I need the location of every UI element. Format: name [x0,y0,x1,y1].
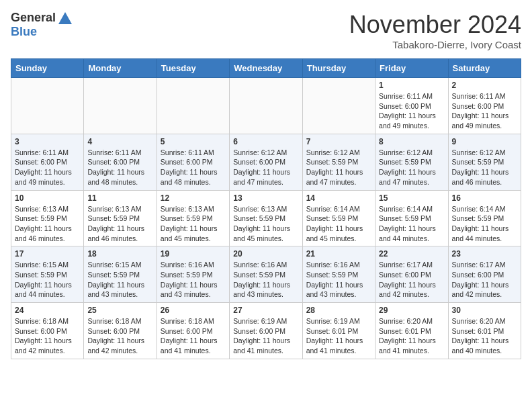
calendar-day-cell: 18Sunrise: 6:15 AM Sunset: 5:59 PM Dayli… [84,246,157,303]
col-header-monday: Monday [84,59,157,78]
day-number: 17 [15,249,80,259]
calendar-day-cell: 25Sunrise: 6:18 AM Sunset: 6:00 PM Dayli… [84,303,157,359]
col-header-wednesday: Wednesday [230,59,302,78]
logo-blue-text: Blue [11,25,37,39]
calendar-day-cell: 15Sunrise: 6:14 AM Sunset: 5:59 PM Dayli… [375,190,448,246]
calendar-day-cell: 13Sunrise: 6:13 AM Sunset: 5:59 PM Dayli… [230,190,302,246]
day-info: Sunrise: 6:18 AM Sunset: 6:00 PM Dayligh… [15,316,80,356]
day-info: Sunrise: 6:12 AM Sunset: 5:59 PM Dayligh… [452,148,517,187]
day-number: 7 [306,137,371,146]
calendar-day-cell: 12Sunrise: 6:13 AM Sunset: 5:59 PM Dayli… [157,190,229,246]
month-title: November 2024 [349,11,521,39]
day-info: Sunrise: 6:14 AM Sunset: 5:59 PM Dayligh… [452,204,517,244]
page-header: General Blue November 2024 Tabakoro-Dier… [11,11,521,50]
day-info: Sunrise: 6:12 AM Sunset: 5:59 PM Dayligh… [379,148,444,187]
logo-general-text: General [11,11,56,25]
day-number: 11 [87,193,152,203]
day-number: 4 [87,137,152,146]
col-header-tuesday: Tuesday [157,59,229,78]
day-number: 14 [306,193,371,203]
day-info: Sunrise: 6:15 AM Sunset: 5:59 PM Dayligh… [87,260,152,300]
calendar-table: SundayMondayTuesdayWednesdayThursdayFrid… [11,58,521,359]
day-info: Sunrise: 6:16 AM Sunset: 5:59 PM Dayligh… [233,260,298,300]
calendar-day-cell: 16Sunrise: 6:14 AM Sunset: 5:59 PM Dayli… [448,190,521,246]
day-info: Sunrise: 6:17 AM Sunset: 6:00 PM Dayligh… [379,260,444,300]
day-number: 21 [306,249,371,259]
day-number: 27 [233,306,298,315]
calendar-week-row: 24Sunrise: 6:18 AM Sunset: 6:00 PM Dayli… [11,303,521,359]
day-info: Sunrise: 6:19 AM Sunset: 6:00 PM Dayligh… [233,316,298,356]
day-number: 12 [161,193,226,203]
calendar-day-cell: 3Sunrise: 6:11 AM Sunset: 6:00 PM Daylig… [11,134,84,190]
day-info: Sunrise: 6:14 AM Sunset: 5:59 PM Dayligh… [306,204,371,244]
day-number: 24 [15,306,80,315]
day-info: Sunrise: 6:13 AM Sunset: 5:59 PM Dayligh… [161,204,226,244]
col-header-saturday: Saturday [448,59,521,78]
day-number: 2 [452,81,517,90]
day-info: Sunrise: 6:17 AM Sunset: 6:00 PM Dayligh… [452,260,517,300]
day-number: 20 [233,249,298,259]
day-number: 6 [233,137,298,146]
calendar-day-cell: 29Sunrise: 6:20 AM Sunset: 6:01 PM Dayli… [375,303,448,359]
day-number: 28 [306,306,371,315]
calendar-day-cell [11,78,84,134]
day-number: 15 [379,193,444,203]
title-area: November 2024 Tabakoro-Dierre, Ivory Coa… [349,11,521,50]
day-number: 22 [379,249,444,259]
calendar-day-cell: 20Sunrise: 6:16 AM Sunset: 5:59 PM Dayli… [230,246,302,303]
day-number: 23 [452,249,517,259]
day-number: 25 [87,306,152,315]
calendar-day-cell: 7Sunrise: 6:12 AM Sunset: 5:59 PM Daylig… [302,134,375,190]
calendar-day-cell: 30Sunrise: 6:20 AM Sunset: 6:01 PM Dayli… [448,303,521,359]
logo-arrow-icon [58,12,72,24]
day-number: 10 [15,193,80,203]
calendar-day-cell: 26Sunrise: 6:18 AM Sunset: 6:00 PM Dayli… [157,303,229,359]
calendar-day-cell: 8Sunrise: 6:12 AM Sunset: 5:59 PM Daylig… [375,134,448,190]
day-number: 30 [452,306,517,315]
day-number: 3 [15,137,80,146]
day-number: 18 [87,249,152,259]
location-subtitle: Tabakoro-Dierre, Ivory Coast [349,39,521,50]
day-info: Sunrise: 6:11 AM Sunset: 6:00 PM Dayligh… [161,148,226,187]
calendar-week-row: 3Sunrise: 6:11 AM Sunset: 6:00 PM Daylig… [11,134,521,190]
calendar-day-cell: 5Sunrise: 6:11 AM Sunset: 6:00 PM Daylig… [157,134,229,190]
calendar-day-cell: 2Sunrise: 6:11 AM Sunset: 6:00 PM Daylig… [448,78,521,134]
day-number: 19 [161,249,226,259]
calendar-day-cell: 28Sunrise: 6:19 AM Sunset: 6:01 PM Dayli… [302,303,375,359]
calendar-day-cell [302,78,375,134]
calendar-header-row: SundayMondayTuesdayWednesdayThursdayFrid… [11,59,521,78]
logo: General Blue [11,11,72,39]
calendar-day-cell: 22Sunrise: 6:17 AM Sunset: 6:00 PM Dayli… [375,246,448,303]
day-info: Sunrise: 6:11 AM Sunset: 6:00 PM Dayligh… [452,91,517,131]
day-info: Sunrise: 6:18 AM Sunset: 6:00 PM Dayligh… [87,316,152,356]
calendar-day-cell: 21Sunrise: 6:16 AM Sunset: 5:59 PM Dayli… [302,246,375,303]
col-header-sunday: Sunday [11,59,84,78]
day-info: Sunrise: 6:12 AM Sunset: 5:59 PM Dayligh… [306,148,371,187]
day-info: Sunrise: 6:16 AM Sunset: 5:59 PM Dayligh… [161,260,226,300]
day-number: 13 [233,193,298,203]
calendar-week-row: 17Sunrise: 6:15 AM Sunset: 5:59 PM Dayli… [11,246,521,303]
calendar-day-cell: 11Sunrise: 6:13 AM Sunset: 5:59 PM Dayli… [84,190,157,246]
day-info: Sunrise: 6:12 AM Sunset: 6:00 PM Dayligh… [233,148,298,187]
day-number: 26 [161,306,226,315]
calendar-day-cell: 4Sunrise: 6:11 AM Sunset: 6:00 PM Daylig… [84,134,157,190]
day-number: 9 [452,137,517,146]
calendar-day-cell [84,78,157,134]
day-info: Sunrise: 6:11 AM Sunset: 6:00 PM Dayligh… [379,91,444,131]
calendar-day-cell: 1Sunrise: 6:11 AM Sunset: 6:00 PM Daylig… [375,78,448,134]
day-info: Sunrise: 6:19 AM Sunset: 6:01 PM Dayligh… [306,316,371,356]
calendar-day-cell: 27Sunrise: 6:19 AM Sunset: 6:00 PM Dayli… [230,303,302,359]
day-info: Sunrise: 6:13 AM Sunset: 5:59 PM Dayligh… [15,204,80,244]
calendar-week-row: 10Sunrise: 6:13 AM Sunset: 5:59 PM Dayli… [11,190,521,246]
day-info: Sunrise: 6:20 AM Sunset: 6:01 PM Dayligh… [379,316,444,356]
calendar-day-cell: 10Sunrise: 6:13 AM Sunset: 5:59 PM Dayli… [11,190,84,246]
day-number: 8 [379,137,444,146]
day-info: Sunrise: 6:13 AM Sunset: 5:59 PM Dayligh… [87,204,152,244]
calendar-day-cell: 17Sunrise: 6:15 AM Sunset: 5:59 PM Dayli… [11,246,84,303]
calendar-day-cell: 9Sunrise: 6:12 AM Sunset: 5:59 PM Daylig… [448,134,521,190]
calendar-day-cell: 6Sunrise: 6:12 AM Sunset: 6:00 PM Daylig… [230,134,302,190]
day-info: Sunrise: 6:11 AM Sunset: 6:00 PM Dayligh… [15,148,80,187]
day-info: Sunrise: 6:16 AM Sunset: 5:59 PM Dayligh… [306,260,371,300]
day-number: 29 [379,306,444,315]
day-info: Sunrise: 6:18 AM Sunset: 6:00 PM Dayligh… [161,316,226,356]
